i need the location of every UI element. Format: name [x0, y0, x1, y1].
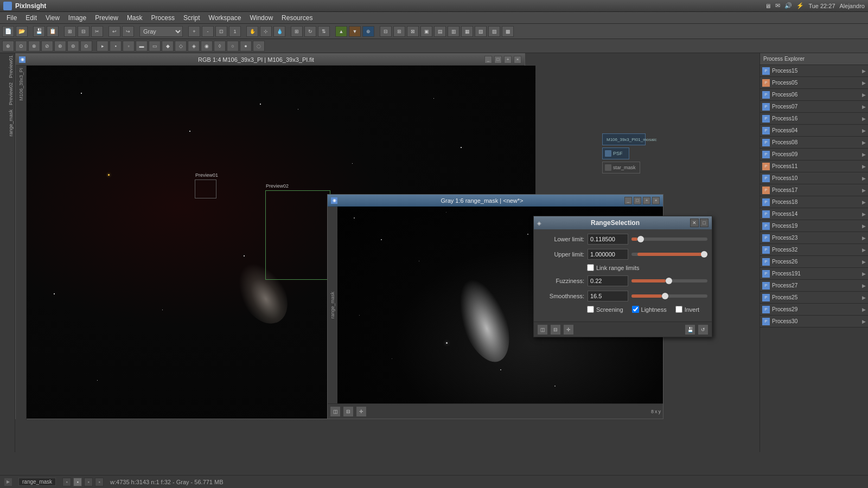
range-reset-btn[interactable]: ↺ — [698, 324, 709, 335]
status-view-btn2[interactable]: ▪ — [73, 478, 82, 486]
tb2-7[interactable]: ⊝ — [80, 41, 92, 52]
range-tool3[interactable]: ✛ — [563, 324, 574, 335]
rotate-btn[interactable]: ↻ — [304, 26, 316, 37]
tb-extra4[interactable]: ▣ — [420, 26, 432, 37]
lower-limit-slider[interactable] — [631, 234, 707, 245]
stretch-btn[interactable]: ▲ — [335, 26, 347, 37]
crop-btn[interactable]: ⊞ — [291, 26, 303, 37]
process-item-04[interactable]: P Process04 ▶ — [760, 125, 868, 137]
process-item-06[interactable]: P Process06 ▶ — [760, 89, 868, 101]
tb2-18[interactable]: ○ — [227, 41, 239, 52]
astro-titlebar[interactable]: ◉ RGB 1:4 M106_39x3_PI | M106_39x3_PI.fi… — [16, 54, 525, 66]
lightness-check-item[interactable]: Lightness — [632, 306, 667, 313]
process-item-19[interactable]: P Process19 ▶ — [760, 220, 868, 232]
tb-extra5[interactable]: ▤ — [434, 26, 446, 37]
copy-btn[interactable]: ⊞ — [64, 26, 76, 37]
tb2-11[interactable]: ▬ — [136, 41, 148, 52]
tb-extra6[interactable]: ▥ — [448, 26, 459, 37]
tb2-4[interactable]: ⊘ — [41, 41, 53, 52]
gray-tool1[interactable]: ◫ — [330, 406, 341, 417]
gray-restore-btn[interactable]: □ — [634, 197, 641, 204]
fuzziness-slider[interactable] — [631, 275, 707, 286]
process-item-27[interactable]: P Process27 ▶ — [760, 280, 868, 292]
tb2-15[interactable]: ◈ — [188, 41, 200, 52]
zoom-1-btn[interactable]: 1 — [229, 26, 241, 37]
undo-btn[interactable]: ↩ — [108, 26, 120, 37]
tb2-10[interactable]: ▫ — [123, 41, 135, 52]
fuzziness-input[interactable] — [588, 275, 628, 286]
gray-tool2[interactable]: ⊟ — [343, 406, 354, 417]
lower-limit-thumb[interactable] — [637, 236, 644, 242]
select-btn[interactable]: ⊹ — [260, 26, 272, 37]
invert-checkbox[interactable] — [675, 306, 682, 313]
cut-btn[interactable]: ✂ — [91, 26, 103, 37]
flip-btn[interactable]: ⇅ — [318, 26, 330, 37]
range-save-btn[interactable]: 💾 — [685, 324, 695, 335]
process-item-05[interactable]: P Process05 ▶ — [760, 77, 868, 89]
process-item-17[interactable]: P Process17 ▶ — [760, 184, 868, 196]
status-view-btn3[interactable]: ▪ — [84, 478, 93, 486]
thumb-psf[interactable]: PSF — [602, 147, 629, 159]
process-item-30[interactable]: P Process30 ▶ — [760, 316, 868, 328]
tb2-6[interactable]: ⊜ — [67, 41, 79, 52]
process-item-09[interactable]: P Process09 ▶ — [760, 149, 868, 160]
gray-tool3[interactable]: ✛ — [356, 406, 367, 417]
tb2-8[interactable]: ▸ — [97, 41, 108, 52]
preview01-box[interactable]: Preview01 — [195, 179, 216, 198]
lower-limit-input[interactable] — [588, 234, 628, 245]
menu-image[interactable]: Image — [64, 13, 91, 23]
astro-close-btn[interactable]: × — [514, 56, 521, 63]
tb2-16[interactable]: ◉ — [201, 41, 213, 52]
save-btn[interactable]: 💾 — [33, 26, 45, 37]
process-item-10[interactable]: P Process10 ▶ — [760, 172, 868, 184]
pan-btn[interactable]: ✋ — [246, 26, 258, 37]
tb-extra7[interactable]: ▦ — [461, 26, 473, 37]
tb2-20[interactable]: ◌ — [253, 41, 265, 52]
tb-extra10[interactable]: ▩ — [502, 26, 514, 37]
menu-view[interactable]: View — [41, 13, 64, 23]
tb-extra1[interactable]: ⊟ — [380, 26, 392, 37]
zoom-in-btn[interactable]: + — [188, 26, 200, 37]
thumb-mosaic[interactable]: M106_39x3_PI01_mosaic — [602, 133, 646, 145]
menu-file[interactable]: File — [2, 13, 21, 23]
screening-checkbox[interactable] — [587, 306, 594, 313]
tb2-5[interactable]: ⊛ — [54, 41, 66, 52]
smoothness-thumb[interactable] — [662, 293, 668, 299]
open-btn[interactable]: 📂 — [16, 26, 28, 37]
menu-script[interactable]: Script — [179, 13, 205, 23]
range-tool2[interactable]: ⊟ — [550, 324, 561, 335]
astro-minimize-btn[interactable]: _ — [484, 56, 492, 63]
fuzziness-thumb[interactable] — [666, 278, 672, 284]
process-item-32[interactable]: P Process32 ▶ — [760, 244, 868, 256]
menu-edit[interactable]: Edit — [21, 13, 41, 23]
menu-mask[interactable]: Mask — [123, 13, 147, 23]
gray-titlebar[interactable]: ◉ Gray 1:6 range_mask | <new*> _ □ + × — [328, 195, 663, 207]
tb-extra3[interactable]: ⊠ — [407, 26, 419, 37]
apply-btn[interactable]: ⊕ — [362, 26, 374, 37]
range-win-ctrl-x[interactable]: ✕ — [690, 219, 699, 227]
preview02-box[interactable]: Preview02 — [265, 190, 330, 280]
upper-limit-slider[interactable] — [631, 249, 707, 260]
process-item-191[interactable]: P Process191 ▶ — [760, 268, 868, 280]
process-item-25[interactable]: P Process25 ▶ — [760, 292, 868, 304]
menu-preview[interactable]: Preview — [91, 13, 123, 23]
status-view-btn4[interactable]: ▪ — [95, 478, 104, 486]
tb-extra9[interactable]: ▨ — [488, 26, 500, 37]
tb2-12[interactable]: ▭ — [149, 41, 161, 52]
menu-workspace[interactable]: Workspace — [205, 13, 246, 23]
tb2-19[interactable]: ● — [240, 41, 252, 52]
tb-extra8[interactable]: ▧ — [475, 26, 487, 37]
process-item-07[interactable]: P Process07 ▶ — [760, 101, 868, 113]
process-item-11[interactable]: P Process11 ▶ — [760, 160, 868, 172]
range-titlebar[interactable]: ◈ RangeSelection ✕ □ — [534, 216, 712, 229]
process-item-16[interactable]: P Process16 ▶ — [760, 113, 868, 125]
play-btn[interactable]: ▶ — [4, 478, 12, 486]
process-item-14[interactable]: P Process14 ▶ — [760, 208, 868, 220]
range-win-ctrl-max[interactable]: □ — [700, 219, 709, 227]
gray-close-btn[interactable]: × — [652, 197, 660, 204]
eyedropper-btn[interactable]: 💧 — [273, 26, 285, 37]
tb-extra2[interactable]: ⊞ — [393, 26, 405, 37]
link-range-check-item[interactable]: Link range limits — [587, 264, 639, 271]
zoom-out-btn[interactable]: - — [202, 26, 214, 37]
smoothness-slider[interactable] — [631, 291, 707, 301]
